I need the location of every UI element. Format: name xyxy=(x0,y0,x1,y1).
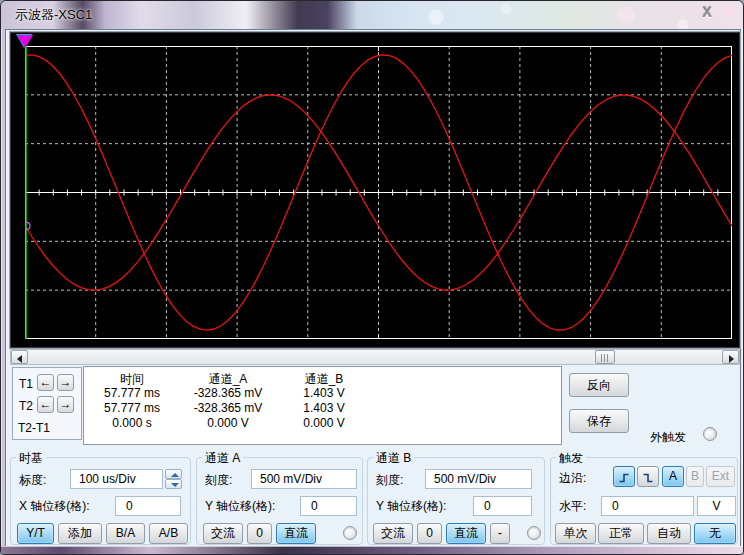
t1-channel-a-value: -328.365 mV xyxy=(180,386,276,401)
timebase-group: 时基 标度: 100 us/Div X 轴位移(格): 0 Y/T 添加 B/A… xyxy=(10,457,191,545)
trigger-group: 触发 边沿: A B Ext 水平: 0 V 单次 正常 自动 无 xyxy=(550,457,738,545)
trigger-source-a-button[interactable]: A xyxy=(662,466,684,487)
t2-channel-b-value: 1.403 V xyxy=(276,401,372,416)
cursor-t1-marker-icon[interactable] xyxy=(17,35,33,48)
t2-channel-a-value: -328.365 mV xyxy=(180,401,276,416)
channel-a-title: 通道 A xyxy=(202,450,243,467)
channel-b-dc-button[interactable]: 直流 xyxy=(446,523,486,544)
spinner-down-icon[interactable] xyxy=(165,479,182,489)
save-button[interactable]: 保存 xyxy=(569,409,629,433)
channel-a-group: 通道 A 刻度: 500 mV/Div Y 轴位移(格): 0 交流 0 直流 xyxy=(196,457,363,545)
timebase-scale-spinner[interactable] xyxy=(165,469,182,489)
trigger-level-unit-field[interactable]: V xyxy=(697,496,736,516)
spinner-up-icon[interactable] xyxy=(165,469,182,479)
trigger-none-button[interactable]: 无 xyxy=(694,523,736,544)
title-bar[interactable]: 示波器-XSC1 X xyxy=(1,1,743,29)
diff-time-value: 0.000 s xyxy=(84,416,180,431)
timebase-scale-field[interactable]: 100 us/Div xyxy=(70,469,163,489)
t2-left-button[interactable]: ← xyxy=(37,396,54,413)
timebase-xpos-field[interactable]: 0 xyxy=(115,496,181,516)
t1-label: T1 xyxy=(19,377,33,391)
oscilloscope-window: 示波器-XSC1 X T1 ← → T2 ← → T2-T1 xyxy=(0,0,744,555)
ba-mode-button[interactable]: B/A xyxy=(106,523,145,544)
channel-a-ypos-field[interactable]: 0 xyxy=(300,496,357,516)
ext-trigger-indicator[interactable] xyxy=(703,427,717,441)
channel-b-scale-label: 刻度: xyxy=(376,472,403,489)
trigger-level-field[interactable]: 0 xyxy=(601,496,694,516)
col-header-channel-b: 通道_B xyxy=(276,371,372,386)
right-arrow-icon xyxy=(729,355,734,363)
channel-b-group: 通道 B 刻度: 500 mV/Div Y 轴位移(格): 0 交流 0 直流 … xyxy=(367,457,545,545)
t1-left-button[interactable]: ← xyxy=(37,374,54,391)
channel-a-ground-button[interactable]: 0 xyxy=(247,523,272,544)
display-scrollbar[interactable] xyxy=(10,349,740,365)
trigger-level-label: 水平: xyxy=(559,498,586,515)
left-arrow-icon xyxy=(17,355,22,363)
timebase-scale-label: 标度: xyxy=(19,472,46,489)
channel-b-invert-button[interactable]: - xyxy=(490,523,510,544)
diff-channel-a-value: 0.000 V xyxy=(180,416,276,431)
t1-time-value: 57.777 ms xyxy=(84,386,180,401)
add-mode-button[interactable]: 添加 xyxy=(58,523,102,544)
t1-channel-b-value: 1.403 V xyxy=(276,386,372,401)
trigger-edge-label: 边沿: xyxy=(559,470,586,487)
trigger-normal-button[interactable]: 正常 xyxy=(598,523,644,544)
channel-b-ypos-label: Y 轴位移(格): xyxy=(376,498,446,515)
trigger-auto-button[interactable]: 自动 xyxy=(647,523,691,544)
trigger-single-button[interactable]: 单次 xyxy=(555,523,596,544)
diff-channel-b-value: 0.000 V xyxy=(276,416,372,431)
channel-a-indicator[interactable] xyxy=(343,526,357,540)
trigger-source-ext-button[interactable]: Ext xyxy=(706,466,735,487)
channel-b-indicator[interactable] xyxy=(527,526,541,540)
window-bottom-edge xyxy=(1,546,743,554)
t2-right-button[interactable]: → xyxy=(57,396,74,413)
rising-edge-icon xyxy=(618,472,630,484)
channel-b-title: 通道 B xyxy=(373,450,414,467)
t2-label: T2 xyxy=(19,399,33,413)
channel-a-scale-field[interactable]: 500 mV/Div xyxy=(251,469,357,489)
falling-edge-icon xyxy=(642,472,654,484)
timebase-xpos-label: X 轴位移(格): xyxy=(19,498,90,515)
measurement-panel: 时间 通道_A 通道_B 57.777 ms -328.365 mV 1.403… xyxy=(83,366,562,445)
trigger-title: 触发 xyxy=(556,450,586,467)
yt-mode-button[interactable]: Y/T xyxy=(17,523,54,544)
scroll-right-button[interactable] xyxy=(722,350,739,364)
falling-edge-button[interactable] xyxy=(637,466,659,487)
channel-b-scale-field[interactable]: 500 mV/Div xyxy=(425,469,532,489)
close-icon[interactable]: X xyxy=(697,4,717,22)
channel-b-ac-button[interactable]: 交流 xyxy=(373,523,413,544)
thumb-grip-icon xyxy=(601,354,610,362)
scope-display xyxy=(10,32,740,348)
scope-grid xyxy=(25,46,732,339)
channel-b-ground-button[interactable]: 0 xyxy=(417,523,442,544)
cursor-control-panel: T1 ← → T2 ← → T2-T1 xyxy=(12,367,82,440)
scroll-left-button[interactable] xyxy=(11,350,28,364)
timebase-title: 时基 xyxy=(16,450,46,467)
t1-right-button[interactable]: → xyxy=(57,374,74,391)
reverse-button[interactable]: 反向 xyxy=(569,373,629,397)
channel-a-dc-button[interactable]: 直流 xyxy=(276,523,316,544)
rising-edge-button[interactable] xyxy=(613,466,635,487)
channel-a-scale-label: 刻度: xyxy=(205,472,232,489)
col-header-channel-a: 通道_A xyxy=(180,371,276,386)
dialog-body: T1 ← → T2 ← → T2-T1 时间 通道_A 通道_B 57.777 … xyxy=(5,29,741,548)
channel-b-ypos-field[interactable]: 0 xyxy=(473,496,532,516)
scroll-thumb[interactable] xyxy=(595,350,615,364)
ab-mode-button[interactable]: A/B xyxy=(149,523,188,544)
t2-t1-label: T2-T1 xyxy=(18,421,50,435)
ext-trigger-label: 外触发 xyxy=(650,429,686,446)
channel-a-ypos-label: Y 轴位移(格): xyxy=(205,498,275,515)
window-title: 示波器-XSC1 xyxy=(15,1,92,29)
col-header-time: 时间 xyxy=(84,371,180,386)
trigger-source-b-button[interactable]: B xyxy=(686,466,704,487)
t2-time-value: 57.777 ms xyxy=(84,401,180,416)
channel-a-ac-button[interactable]: 交流 xyxy=(203,523,243,544)
